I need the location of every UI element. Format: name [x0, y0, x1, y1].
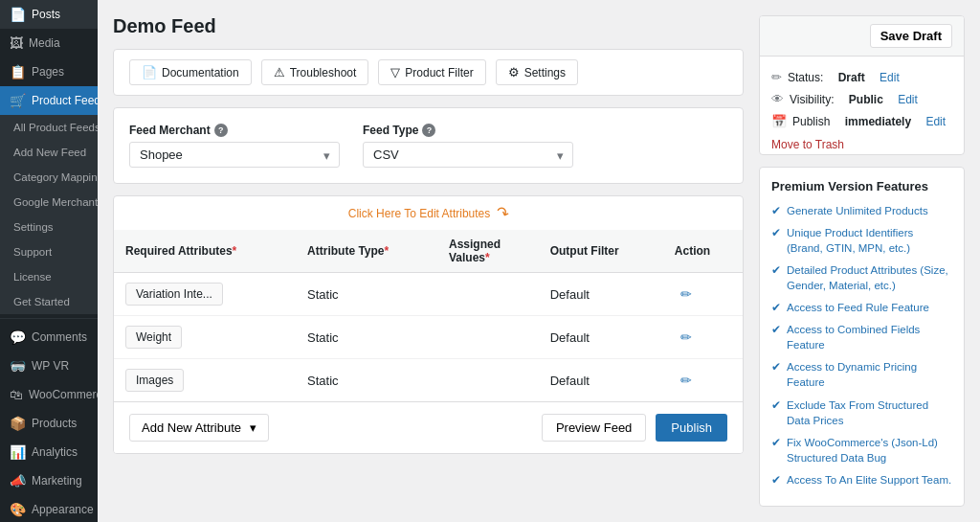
attr-name-2: Weight: [125, 326, 182, 349]
attr-name-3: Images: [125, 369, 184, 392]
settings-button[interactable]: ⚙ Settings: [496, 59, 578, 85]
col-action: Action: [663, 230, 743, 273]
attr-assigned-2: [437, 316, 539, 359]
attr-assigned-3: [437, 359, 539, 402]
merchant-select-wrapper: Shopee Amazon Google Facebook: [129, 142, 340, 168]
col-output: Output Filter: [539, 230, 663, 273]
add-new-attribute-button[interactable]: Add New Attribute ▾: [129, 414, 269, 442]
arrow-hint-icon: ↷: [493, 202, 511, 223]
sidebar-item-products[interactable]: 📦 Products: [0, 409, 98, 438]
visibility-edit-link[interactable]: Edit: [898, 93, 918, 106]
sidebar-item-category-mapping[interactable]: Category Mapping: [0, 165, 98, 190]
premium-link-7[interactable]: Fix WooCommerce's (Json-Ld) Structured D…: [787, 435, 952, 465]
pages-icon: 📋: [10, 64, 26, 79]
premium-link-3[interactable]: Access to Feed Rule Feature: [787, 300, 929, 315]
premium-title: Premium Version Features: [771, 179, 952, 193]
status-edit-link[interactable]: Edit: [880, 71, 900, 84]
sidebar-item-product-feed[interactable]: 🛒 Product Feed: [0, 86, 98, 115]
feed-type-group: Feed Type ? CSV XML TSV JSON: [363, 124, 573, 168]
sidebar-item-pages[interactable]: 📋 Pages: [0, 57, 98, 86]
premium-item-6: ✔ Exclude Tax From Structured Data Price…: [771, 397, 952, 428]
sidebar-item-woocommerce[interactable]: 🛍 WooCommerce: [0, 380, 98, 409]
bottom-actions: Preview Feed Publish: [542, 414, 727, 442]
sidebar-item-analytics[interactable]: 📊 Analytics: [0, 438, 98, 466]
premium-item-8: ✔ Access To An Elite Support Team.: [771, 472, 952, 488]
check-icon-2: ✔: [771, 263, 781, 277]
troubleshoot-button[interactable]: ⚠ Troubleshoot: [261, 59, 369, 85]
merchant-select[interactable]: Shopee Amazon Google Facebook: [129, 142, 340, 168]
comments-icon: 💬: [10, 329, 26, 345]
preview-feed-button[interactable]: Preview Feed: [542, 414, 646, 442]
premium-link-1[interactable]: Unique Product Identifiers (Brand, GTIN,…: [787, 225, 952, 256]
table-row: Images Static Default ✏: [114, 359, 743, 402]
troubleshoot-icon: ⚠: [274, 65, 285, 79]
sidebar-item-license[interactable]: License: [0, 264, 98, 289]
premium-link-8[interactable]: Access To An Elite Support Team.: [787, 472, 951, 488]
move-to-trash-link[interactable]: Move to Trash: [771, 132, 952, 153]
visibility-row: 👁 Visibility: Public Edit: [771, 88, 952, 110]
merchant-help-icon[interactable]: ?: [214, 124, 228, 137]
feed-type-select[interactable]: CSV XML TSV JSON: [363, 142, 573, 168]
table-row: Variation Inte... Static Default ✏: [114, 273, 743, 316]
dropdown-chevron-icon: ▾: [250, 420, 256, 435]
sidebar-item-media[interactable]: 🖼 Media: [0, 29, 98, 57]
sidebar-item-support[interactable]: Support: [0, 239, 98, 264]
publish-card: Save Draft ✏ Status: Draft Edit 👁 Visibi…: [759, 15, 965, 155]
sidebar-item-get-started[interactable]: Get Started: [0, 289, 98, 314]
documentation-icon: 📄: [142, 65, 157, 79]
check-icon-5: ✔: [771, 360, 781, 374]
premium-link-2[interactable]: Detailed Product Attributes (Size, Gende…: [787, 262, 952, 293]
attr-type-3: Static: [296, 359, 437, 402]
product-filter-button[interactable]: ▽ Product Filter: [378, 59, 485, 85]
feed-type-help-icon[interactable]: ?: [422, 124, 435, 137]
premium-link-5[interactable]: Access to Dynamic Pricing Feature: [787, 359, 952, 390]
premium-item-3: ✔ Access to Feed Rule Feature: [771, 300, 952, 315]
sidebar-item-add-new-feed[interactable]: Add New Feed: [0, 140, 98, 165]
premium-link-6[interactable]: Exclude Tax From Structured Data Prices: [787, 397, 952, 428]
filter-icon: ▽: [390, 65, 400, 79]
col-required: Required Attributes*: [114, 230, 296, 273]
sidebar-item-settings-sub[interactable]: Settings: [0, 215, 98, 239]
posts-icon: 📄: [10, 7, 26, 22]
edit-button-2[interactable]: ✏: [675, 328, 698, 347]
premium-link-4[interactable]: Access to Combined Fields Feature: [787, 322, 952, 352]
premium-card: Premium Version Features ✔ Generate Unli…: [759, 167, 965, 507]
edit-button-3[interactable]: ✏: [675, 371, 698, 390]
product-feed-icon: 🛒: [10, 93, 26, 108]
appearance-icon: 🎨: [10, 502, 26, 517]
attr-assigned-1: [437, 273, 539, 316]
right-sidebar: Save Draft ✏ Status: Draft Edit 👁 Visibi…: [759, 15, 965, 507]
edit-button-1[interactable]: ✏: [675, 284, 698, 304]
sidebar-item-comments[interactable]: 💬 Comments: [0, 323, 98, 352]
publish-timing-edit-link[interactable]: Edit: [925, 115, 946, 128]
click-hint[interactable]: Click Here To Edit Attributes ↷: [114, 196, 743, 230]
sidebar-item-all-feeds[interactable]: All Product Feeds: [0, 115, 98, 140]
attributes-card: Click Here To Edit Attributes ↷ Required…: [113, 195, 744, 454]
sidebar-item-google-merchant[interactable]: Google Merchant Settings: [0, 190, 98, 215]
attr-type-2: Static: [296, 316, 437, 359]
sidebar-item-appearance[interactable]: 🎨 Appearance: [0, 495, 98, 522]
merchant-label: Feed Merchant ?: [129, 124, 340, 137]
premium-item-2: ✔ Detailed Product Attributes (Size, Gen…: [771, 262, 952, 293]
check-icon-4: ✔: [771, 323, 781, 336]
publish-main-button[interactable]: Publish: [656, 414, 727, 442]
col-assigned: AssignedValues*: [437, 230, 539, 273]
products-icon: 📦: [10, 416, 26, 431]
premium-item-4: ✔ Access to Combined Fields Feature: [771, 322, 952, 352]
premium-item-5: ✔ Access to Dynamic Pricing Feature: [771, 359, 952, 390]
col-type: Attribute Type*: [296, 230, 437, 273]
premium-link-0[interactable]: Generate Unlimited Products: [787, 203, 928, 218]
sidebar-item-marketing[interactable]: 📣 Marketing: [0, 466, 98, 495]
gear-icon: ⚙: [508, 65, 520, 79]
toolbar: 📄 Documentation ⚠ Troubleshoot ▽ Product…: [113, 49, 744, 96]
sidebar-item-wp-vr[interactable]: 🥽 WP VR: [0, 352, 98, 380]
main-area: Demo Feed 📄 Documentation ⚠ Troubleshoot…: [98, 0, 980, 522]
merchant-group: Feed Merchant ? Shopee Amazon Google Fac…: [129, 124, 340, 168]
premium-item-0: ✔ Generate Unlimited Products: [771, 203, 952, 218]
content-area: Demo Feed 📄 Documentation ⚠ Troubleshoot…: [98, 0, 980, 522]
feed-type-select-wrapper: CSV XML TSV JSON: [363, 142, 573, 168]
sidebar-item-posts[interactable]: 📄 Posts: [0, 0, 98, 29]
save-draft-button[interactable]: Save Draft: [870, 24, 952, 48]
attr-output-1: Default: [539, 273, 663, 316]
documentation-button[interactable]: 📄 Documentation: [129, 59, 252, 85]
